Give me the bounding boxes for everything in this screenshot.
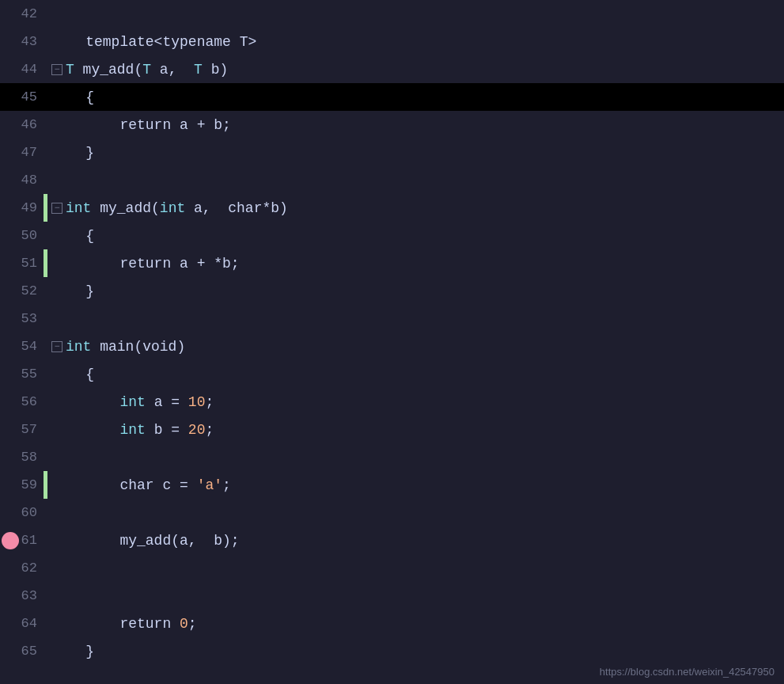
line-number: 63 [0,582,44,610]
line-number: 58 [0,443,44,471]
token-plain [51,422,119,438]
token-plain: ; [205,422,214,438]
collapse-toggle[interactable]: − [51,203,62,214]
diff-bar [44,471,47,499]
code-line: 44−T my_add(T a, T b) [0,55,784,83]
code-line: 62 [0,554,784,582]
token-plain: ; [222,477,231,493]
line-number: 53 [0,305,44,332]
code-line: 50 { [0,222,784,249]
token-str: 'a' [197,477,222,493]
token-plain: my_add(a, b); [51,533,240,549]
token-plain: return a + b; [51,117,231,133]
line-number: 51 [0,249,44,277]
token-num: 20 [188,422,206,438]
line-number: 59 [0,471,44,499]
breakpoint-icon[interactable] [2,532,19,549]
token-plain: a, [151,62,194,78]
line-number: 44 [0,55,44,83]
token-plain: a, char*b) [185,200,288,216]
code-text [44,305,784,332]
code-text: return a + b; [44,111,784,139]
diff-bar [44,249,47,277]
line-number: 48 [0,166,44,194]
token-plain: b) [203,62,228,78]
token-kw: int [66,200,91,216]
token-plain: return [51,616,180,632]
token-kw: int [66,339,91,355]
token-plain: } [51,283,94,299]
token-plain: my_add( [91,200,159,216]
code-line: 48 [0,166,784,194]
token-plain: } [51,145,94,161]
code-line: 51 return a + *b; [0,249,784,277]
line-number: 45⇒ [0,83,44,111]
line-number: 62 [0,554,44,582]
token-kw: T [66,62,74,78]
code-text [44,0,784,28]
code-text: return 0; [44,610,784,637]
code-line: 49−int my_add(int a, char*b) [0,194,784,222]
token-plain: } [51,644,94,659]
token-plain: { [51,89,94,105]
token-kw: T [194,62,203,78]
line-number: 49 [0,194,44,222]
code-text: −T my_add(T a, T b) [44,55,784,83]
code-line: 45⇒ { [0,83,784,111]
code-text: int a = 10; [44,388,784,416]
line-number: 52 [0,277,44,305]
code-text: my_add(a, b); [44,526,784,554]
code-area: 4243 template<typename T>44−T my_add(T a… [0,0,784,684]
code-line: 64 return 0; [0,610,784,637]
token-plain: b = [146,422,188,438]
token-num: 0 [180,616,188,632]
token-num: 10 [188,394,206,410]
token-plain: ; [188,616,197,632]
line-number: 56 [0,388,44,416]
token-kw: int [160,200,185,216]
code-text: } [44,139,784,166]
line-number: 47 [0,139,44,166]
code-text: } [44,277,784,305]
collapse-toggle[interactable]: − [51,64,62,75]
token-kw: int [119,394,145,410]
line-number: 55 [0,360,44,388]
code-line: 65 } [0,637,784,665]
code-line: 56 int a = 10; [0,388,784,416]
code-line: 42 [0,0,784,28]
line-number: 61 [0,526,44,554]
code-editor: 4243 template<typename T>44−T my_add(T a… [0,0,784,684]
code-text: return a + *b; [44,249,784,277]
line-number: 46 [0,111,44,139]
line-number: 57 [0,416,44,443]
code-text [44,582,784,610]
token-plain: template<typename T> [51,34,256,50]
token-plain: char c = [51,477,197,493]
code-line: 60 [0,499,784,526]
token-plain: { [51,228,94,244]
code-line: 58 [0,443,784,471]
line-number: 64 [0,610,44,637]
code-text: { [44,83,784,111]
token-plain: { [51,367,94,382]
code-line: 43 template<typename T> [0,28,784,55]
line-number: 42 [0,0,44,28]
code-line: 47 } [0,139,784,166]
code-line: 61 my_add(a, b); [0,526,784,554]
code-text [44,443,784,471]
code-text: template<typename T> [44,28,784,55]
line-number: 43 [0,28,44,55]
code-text [44,554,784,582]
line-number: 50 [0,222,44,249]
line-number: 60 [0,499,44,526]
code-text: } [44,637,784,665]
token-plain: a = [146,394,188,410]
token-plain: main(void) [91,339,185,355]
code-text [44,166,784,194]
token-plain [51,394,119,410]
diff-bar [44,194,47,222]
collapse-toggle[interactable]: − [51,341,62,352]
code-line: 52 } [0,277,784,305]
token-kw: T [142,62,151,78]
code-line: 57 int b = 20; [0,416,784,443]
